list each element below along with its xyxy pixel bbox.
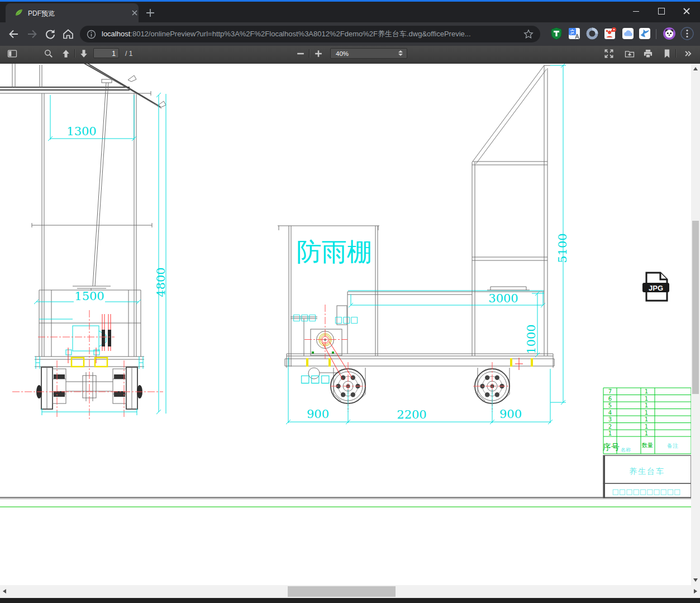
bom-header-no: 序号	[603, 442, 620, 452]
zoom-in-icon[interactable]	[312, 48, 325, 59]
dim-900-right: 900	[499, 407, 522, 421]
sidebar-toggle-icon[interactable]	[6, 48, 18, 59]
profile-avatar[interactable]	[663, 27, 676, 40]
bom-header-name: 名称	[621, 447, 631, 453]
scroll-down-arrow-icon[interactable]	[693, 578, 698, 582]
dim-2200: 2200	[397, 408, 426, 421]
dim-1000: 1000	[525, 324, 538, 354]
bom-qty-4: 1	[645, 410, 648, 416]
bom-no-2: 2	[608, 424, 612, 430]
zoom-select[interactable]: 40%	[330, 48, 407, 59]
pdf-toolbar: 1 / 1 40%	[0, 46, 700, 64]
bom-no-3: 3	[608, 416, 612, 422]
browser-toolbar: localhost:8012/onlinePreview?url=http%3A…	[0, 22, 700, 46]
tab-title: PDF预览	[28, 9, 55, 18]
vertical-scrollbar[interactable]	[691, 64, 700, 585]
bom-qty-5: 1	[645, 402, 648, 409]
browser-window: { "browser": { "tab": {"title": "PDF预览"}…	[0, 0, 700, 603]
bom-no-7: 7	[608, 388, 612, 395]
cloud-extension-icon[interactable]	[621, 27, 635, 40]
tab-close-icon[interactable]	[130, 8, 140, 18]
spring-leaf-favicon	[15, 8, 23, 17]
page-number-input[interactable]: 1	[93, 48, 119, 58]
red-badge-extension-icon[interactable]	[603, 27, 617, 40]
jpg-file-icon: JPG	[642, 273, 669, 301]
dim-900-left: 900	[307, 407, 329, 421]
bookmark-view-icon[interactable]	[661, 48, 673, 59]
equipment-label-3: □□□	[300, 372, 330, 384]
search-icon[interactable]	[42, 48, 55, 59]
tab-strip: PDF预览	[0, 2, 700, 22]
window-close-button[interactable]	[678, 6, 695, 16]
back-icon[interactable]	[7, 27, 20, 41]
dim-3000: 3000	[488, 292, 518, 305]
print-icon[interactable]	[642, 48, 654, 59]
cad-drawing: 1300 4800 1500	[0, 64, 700, 585]
donut-extension-icon[interactable]	[585, 27, 599, 40]
bom-no-6: 6	[608, 396, 612, 402]
tampermonkey-extension-icon[interactable]	[550, 27, 563, 40]
forward-icon[interactable]	[26, 27, 39, 41]
page-count-label: / 1	[125, 50, 132, 58]
bom-no-4: 4	[608, 410, 612, 416]
page-info-icon[interactable]	[87, 30, 96, 39]
window-minimize-button[interactable]	[627, 6, 644, 16]
bom-qty-3: 1	[645, 416, 648, 422]
window-bottom-edge	[0, 598, 700, 603]
presentation-mode-icon[interactable]	[603, 48, 615, 59]
jpg-label: JPG	[649, 284, 663, 292]
dim-1300: 1300	[66, 125, 96, 138]
open-file-icon[interactable]	[623, 48, 636, 59]
dim-4800: 4800	[154, 267, 168, 297]
equipment-label-1: □□□	[293, 312, 317, 322]
reload-icon[interactable]	[44, 27, 57, 41]
new-tab-button[interactable]	[144, 7, 156, 19]
scroll-up-arrow-icon[interactable]	[693, 67, 698, 70]
zoom-separator	[309, 49, 309, 58]
zoom-value: 40%	[336, 50, 349, 57]
bom-qty-2: 1	[645, 424, 648, 430]
title-block-name: 养生台车	[629, 467, 665, 476]
extensions-separator	[656, 29, 656, 39]
home-icon[interactable]	[61, 27, 75, 41]
browser-menu-icon[interactable]	[680, 27, 694, 40]
title-block-code: □□□□□□□□□□	[612, 487, 681, 496]
translate-extension-icon[interactable]	[568, 27, 581, 40]
tab-pdf-preview[interactable]: PDF预览	[6, 3, 139, 22]
zoom-select-spinner-icon	[398, 50, 403, 56]
zoom-out-icon[interactable]	[294, 48, 307, 59]
bom-qty-1: 1	[645, 430, 648, 436]
bom-qty-6: 1	[645, 396, 648, 402]
side-view: 防雨棚 □□□ □□□ □□□	[278, 65, 554, 412]
bom-no-1: 1	[608, 430, 612, 436]
sheet-edge-lines	[0, 497, 700, 507]
address-bar[interactable]: localhost:8012/onlinePreview?url=http%3A…	[80, 26, 540, 42]
dim-5100: 5100	[556, 233, 569, 263]
next-page-icon[interactable]	[78, 48, 90, 59]
bom-qty-7: 1	[645, 388, 648, 395]
page-nav-separator	[74, 49, 75, 58]
bom-header-note: 备注	[667, 443, 678, 449]
more-tools-chevron-icon[interactable]	[682, 48, 694, 59]
url-host: localhost	[102, 30, 130, 38]
bom-no-5: 5	[608, 402, 612, 409]
pdf-page-canvas: 1300 4800 1500	[0, 64, 700, 603]
window-maximize-button[interactable]	[653, 6, 670, 16]
title-block: 7 6 5 4 3 2 1 1 1 1 1 1 1 1 序号 名称 数量 备注	[603, 388, 691, 498]
bird-extension-icon[interactable]	[638, 27, 651, 40]
tools-separator	[675, 49, 676, 58]
scroll-right-arrow-icon[interactable]	[694, 589, 697, 593]
horizontal-scrollbar-thumb[interactable]	[288, 586, 396, 597]
scroll-left-arrow-icon[interactable]	[3, 589, 6, 593]
left-view	[0, 64, 166, 420]
previous-page-icon[interactable]	[60, 48, 72, 59]
dim-1500: 1500	[74, 289, 104, 303]
url-path: :8012/onlinePreview?url=http%3A%2F%2Floc…	[130, 30, 470, 38]
horizontal-scrollbar[interactable]	[0, 585, 700, 598]
shelter-label: 防雨棚	[297, 237, 372, 267]
url-text[interactable]: localhost:8012/onlinePreview?url=http%3A…	[102, 29, 515, 39]
bom-header-qty: 数量	[641, 442, 653, 448]
bookmark-star-icon[interactable]	[523, 29, 534, 39]
vertical-scrollbar-thumb[interactable]	[692, 221, 699, 394]
equipment-label-2: □□□	[335, 315, 359, 325]
